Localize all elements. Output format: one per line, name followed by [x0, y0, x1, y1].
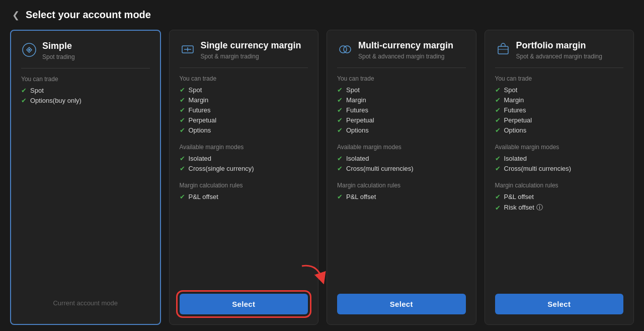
- multi-icon: [337, 41, 353, 57]
- trade-item: ✔Margin: [495, 96, 624, 104]
- check-icon: ✔: [495, 86, 501, 94]
- trade-item: ✔Margin: [337, 96, 466, 104]
- trade-item: ✔Futures: [337, 106, 466, 114]
- card-title-block: Multi-currency margin Spot & advanced ma…: [358, 40, 453, 60]
- arrow-indicator: [297, 261, 327, 288]
- trade-item: ✔Options: [337, 126, 466, 134]
- margin-mode-item: ✔Cross(single currency): [180, 165, 308, 172]
- page-header: ❮ Select your account mode: [0, 0, 644, 30]
- select-button-portfolio[interactable]: Select: [495, 294, 624, 314]
- check-icon: ✔: [337, 193, 343, 201]
- divider: [180, 68, 308, 68]
- margin-modes-label: Available margin modes: [495, 144, 624, 151]
- calc-rules-label: Margin calculation rules: [337, 182, 466, 189]
- card-subtitle-text: Spot & margin trading: [201, 53, 301, 61]
- check-icon: ✔: [180, 116, 185, 124]
- margin-mode-item: ✔Isolated: [180, 155, 308, 162]
- divider: [337, 68, 466, 68]
- divider: [495, 68, 624, 68]
- check-icon: ✔: [180, 86, 185, 94]
- check-icon: ✔: [495, 165, 501, 172]
- svg-rect-5: [498, 46, 508, 54]
- you-can-trade-label: You can trade: [21, 76, 150, 83]
- trade-item: ✔Options: [495, 126, 624, 134]
- svg-point-1: [28, 49, 30, 51]
- card-subtitle-text: Spot & advanced margin trading: [516, 53, 602, 61]
- check-icon: ✔: [180, 126, 185, 134]
- margin-mode-item: ✔Isolated: [495, 155, 624, 162]
- calc-rule-item: ✔P&L offset: [180, 193, 308, 201]
- card-subtitle-text: Spot trading: [42, 53, 75, 61]
- you-can-trade-label: You can trade: [180, 75, 308, 82]
- check-icon: ✔: [337, 155, 343, 162]
- check-icon: ✔: [337, 106, 343, 114]
- select-button-multi[interactable]: Select: [337, 294, 466, 314]
- you-can-trade-label: You can trade: [337, 75, 466, 82]
- check-icon: ✔: [495, 126, 501, 134]
- margin-mode-item: ✔Cross(multi currencies): [495, 165, 624, 172]
- single-icon: [180, 41, 196, 57]
- check-icon: ✔: [180, 165, 185, 172]
- page-title: Select your account mode: [26, 9, 151, 21]
- you-can-trade-label: You can trade: [495, 75, 624, 82]
- card-footer: Select: [495, 294, 624, 314]
- svg-point-3: [340, 46, 347, 53]
- card-subtitle-text: Spot & advanced margin trading: [358, 53, 453, 61]
- card-title-text: Simple: [42, 41, 75, 52]
- back-button[interactable]: ❮: [12, 11, 20, 20]
- card-header: Portfolio margin Spot & advanced margin …: [495, 40, 624, 60]
- calc-rule-item: ✔Risk offset ⓘ: [495, 203, 624, 212]
- trade-item: ✔Spot: [21, 87, 150, 94]
- check-icon: ✔: [495, 204, 501, 212]
- cards-container: Simple Spot trading You can trade ✔Spot✔…: [0, 30, 644, 331]
- card-single: Single currency margin Spot & margin tra…: [169, 30, 319, 325]
- margin-mode-item: ✔Isolated: [337, 155, 466, 162]
- card-title-text: Multi-currency margin: [358, 40, 453, 51]
- card-header: Single currency margin Spot & margin tra…: [180, 40, 308, 60]
- margin-modes-label: Available margin modes: [337, 144, 466, 151]
- card-header: Multi-currency margin Spot & advanced ma…: [337, 40, 466, 60]
- check-icon: ✔: [337, 96, 343, 104]
- trade-item: ✔Spot: [495, 86, 624, 94]
- check-icon: ✔: [21, 97, 27, 104]
- trade-item: ✔Perpetual: [180, 116, 308, 124]
- check-icon: ✔: [495, 155, 501, 162]
- check-icon: ✔: [495, 106, 501, 114]
- card-title-text: Portfolio margin: [516, 40, 602, 51]
- check-icon: ✔: [337, 126, 343, 134]
- card-footer: Select: [337, 294, 466, 314]
- select-button-single[interactable]: Select: [180, 294, 308, 314]
- card-multi: Multi-currency margin Spot & advanced ma…: [327, 30, 476, 325]
- trade-list: ✔Spot✔Margin✔Futures✔Perpetual✔Options: [180, 86, 308, 137]
- card-portfolio: Portfolio margin Spot & advanced margin …: [485, 30, 634, 325]
- card-title-block: Simple Spot trading: [42, 41, 75, 61]
- trade-list: ✔Spot✔Options(buy only): [21, 87, 150, 107]
- margin-mode-item: ✔Cross(multi currencies): [337, 165, 466, 172]
- trade-item: ✔Options: [180, 126, 308, 134]
- trade-item: ✔Options(buy only): [21, 97, 150, 104]
- check-icon: ✔: [180, 96, 185, 104]
- trade-item: ✔Margin: [180, 96, 308, 104]
- trade-item: ✔Futures: [495, 106, 624, 114]
- card-title-block: Portfolio margin Spot & advanced margin …: [516, 40, 602, 60]
- current-mode-label: Current account mode: [53, 292, 118, 314]
- trade-item: ✔Perpetual: [495, 116, 624, 124]
- check-icon: ✔: [180, 193, 185, 201]
- portfolio-icon: [495, 41, 511, 57]
- calc-rule-item: ✔P&L offset: [495, 193, 624, 201]
- check-icon: ✔: [337, 86, 343, 94]
- card-footer: Current account mode: [21, 292, 150, 314]
- check-icon: ✔: [180, 106, 185, 114]
- card-header: Simple Spot trading: [21, 41, 150, 61]
- check-icon: ✔: [495, 96, 501, 104]
- trade-item: ✔Spot: [337, 86, 466, 94]
- svg-point-4: [344, 46, 351, 53]
- check-icon: ✔: [21, 87, 27, 94]
- calc-rule-item: ✔P&L offset: [337, 193, 466, 201]
- divider: [21, 68, 150, 69]
- simple-icon: [21, 42, 37, 58]
- check-icon: ✔: [337, 116, 343, 124]
- calc-rules-label: Margin calculation rules: [495, 182, 624, 189]
- calc-rules-label: Margin calculation rules: [180, 182, 308, 189]
- card-footer: Select: [180, 294, 308, 314]
